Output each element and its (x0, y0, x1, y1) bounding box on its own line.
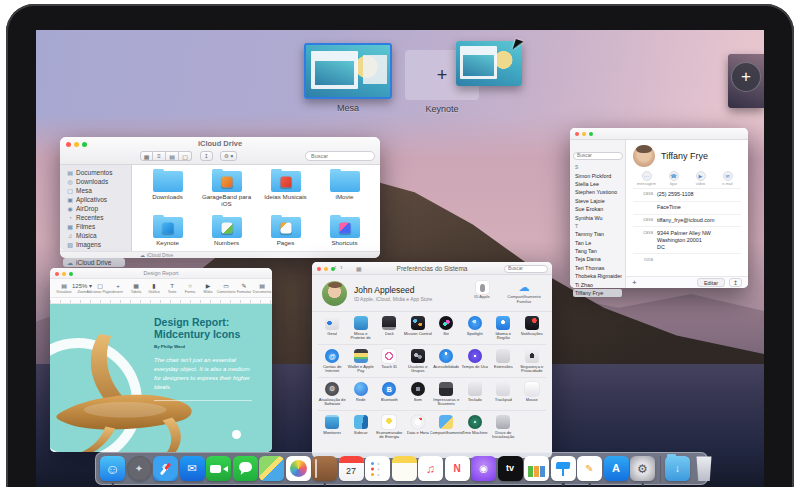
pref-trackpad[interactable]: Trackpad (489, 382, 518, 407)
dock-notes-icon[interactable] (392, 456, 417, 481)
insert-button[interactable]: +Inserir (112, 282, 124, 294)
sidebar-item-aplicativos[interactable]: ▣Aplicativos (67, 195, 131, 204)
pref-som[interactable]: Som (404, 382, 433, 407)
field-value[interactable]: 9344 Palmer Alley NWWashington 20001DC (657, 230, 711, 251)
search-input[interactable] (305, 151, 375, 161)
search-input[interactable] (573, 152, 623, 160)
dock-contacts-icon[interactable] (312, 456, 337, 481)
edit-button[interactable]: Editar (697, 278, 725, 287)
pref-dock[interactable]: Dock (375, 316, 404, 341)
document-canvas[interactable]: Design Report: Midcentury Icons By Phili… (50, 304, 272, 452)
contact-row[interactable]: Tan Le (573, 239, 622, 247)
pref-seguranca[interactable]: Segurança e Privacidade (518, 349, 547, 374)
folder-garageband[interactable]: GarageBand para iOS (197, 168, 256, 212)
sidebar-item-recentes[interactable]: ◔Recentes (67, 213, 131, 222)
sidebar-item-imagens[interactable]: ▧Imagens (67, 240, 131, 249)
pref-teclado[interactable]: Teclado (461, 382, 490, 407)
contact-row[interactable]: Stephen Yustiono (573, 188, 622, 196)
pref-siri[interactable]: Siri (432, 316, 461, 341)
dock-downloads-folder-icon[interactable]: ↓ (665, 456, 690, 481)
media-button[interactable]: ▶Mídia (202, 282, 214, 294)
contact-row[interactable]: Sue Erokan (573, 205, 622, 213)
dock-music-icon[interactable]: ♫ (418, 456, 443, 481)
pref-rede[interactable]: Rede (347, 382, 376, 407)
dock-messages-icon[interactable] (233, 456, 258, 481)
contact-row[interactable]: Stella Lee (573, 180, 622, 188)
folder-imovie[interactable]: iMovie (315, 168, 374, 212)
pref-monitores[interactable]: Monitores (318, 415, 347, 440)
pages-window[interactable]: Design Report ▤Visualizar 125% ▾Zoom ▢Ad… (50, 268, 272, 452)
finder-window[interactable]: iCloud Drive ▦ ≡ ▤ ▢ ↥ ⚙ ▾ ▤Documentos ◎… (60, 137, 380, 258)
add-desktop-button[interactable]: + (731, 62, 761, 92)
pref-impressoras[interactable]: Impressoras e Scanners (432, 382, 461, 407)
folder-ideias-musicais[interactable]: Ideias Musicais (256, 168, 315, 212)
message-button[interactable]: ⋯mensagem (637, 171, 656, 186)
pref-data-hora[interactable]: Data e Hora (404, 415, 433, 440)
field-value[interactable]: (25) 2595-1108 (657, 191, 693, 198)
sidebar-item-airdrop[interactable]: ◉AirDrop (67, 204, 131, 213)
pref-energia[interactable]: Economizador de Energia (375, 415, 404, 440)
pref-touch-id[interactable]: Touch ID (375, 349, 404, 374)
dock-podcasts-icon[interactable]: ◉ (471, 456, 496, 481)
pref-notificacoes[interactable]: Notificações (518, 316, 547, 341)
contact-row[interactable]: Thobeka Rigmaiden (573, 272, 622, 280)
sidebar-item-musica[interactable]: ♫Música (67, 231, 131, 240)
space-thumbnail-mesa[interactable] (304, 43, 392, 99)
dock-photos-icon[interactable] (286, 456, 311, 481)
pref-apple-id[interactable]: ID Apple (464, 281, 500, 304)
add-page-button[interactable]: ▢Adicionar Página (94, 282, 106, 294)
pref-spotlight[interactable]: Spotlight (461, 316, 490, 341)
dock-launchpad-icon[interactable]: ✦ (127, 456, 152, 481)
action-menu-button[interactable]: ⚙ ▾ (220, 151, 237, 161)
view-switcher[interactable]: ▦ ≡ ▤ ▢ (140, 151, 192, 161)
pref-time-machine[interactable]: Time Machine (461, 415, 490, 440)
contact-row[interactable]: Teja Dama (573, 255, 622, 263)
sidebar-item-icloud-drive[interactable]: ☁iCloud Drive (63, 258, 125, 267)
dock-news-icon[interactable]: N (445, 456, 470, 481)
field-value[interactable]: tiffany_frye@icloud.com (657, 217, 715, 224)
dock-mail-icon[interactable]: ✉ (180, 456, 205, 481)
folder-numbers[interactable]: Numbers (197, 214, 256, 251)
system-preferences-window[interactable]: ‹› ▦ Preferências do Sistema John Apples… (312, 262, 552, 458)
dock-system-preferences-icon[interactable]: ⚙ (630, 456, 655, 481)
sidebar-item-downloads[interactable]: ◎Downloads (67, 177, 131, 186)
pref-bluetooth[interactable]: BBluetooth (375, 382, 404, 407)
pref-usuarios-grupos[interactable]: Usuários e Grupos (404, 349, 433, 374)
pref-idioma-regiao[interactable]: Idioma e Região (489, 316, 518, 341)
pref-mouse[interactable]: Mouse (518, 382, 547, 407)
dock-tv-icon[interactable]: tv (498, 456, 523, 481)
call-button[interactable]: ☎ligar (664, 171, 683, 186)
contact-row[interactable]: Teri Thomas (573, 264, 622, 272)
pref-contas-internet[interactable]: @Contas de Internet (318, 349, 347, 374)
contact-row[interactable]: Steve Lajoie (573, 197, 622, 205)
sidebar-item-filmes[interactable]: ▦Filmes (67, 222, 131, 231)
contact-row[interactable]: Simon Pickford (573, 171, 622, 179)
pref-sidecar[interactable]: Sidecar (347, 415, 376, 440)
search-input[interactable] (504, 265, 548, 273)
contact-row[interactable]: Tammy Tian (573, 230, 622, 238)
pref-tempo-de-uso[interactable]: Tempo de Uso (461, 349, 490, 374)
dock-pages-icon[interactable]: ✎ (577, 456, 602, 481)
dock-reminders-icon[interactable] (365, 456, 390, 481)
pref-geral[interactable]: Geral (318, 316, 347, 341)
pref-disco-inicializacao[interactable]: Disco de Inicialização (489, 415, 518, 440)
pref-extensoes[interactable]: Extensões (489, 349, 518, 374)
contacts-window[interactable]: S Simon Pickford Stella Lee Stephen Yust… (570, 128, 748, 288)
share-icon[interactable]: ↥ (729, 278, 742, 287)
field-value[interactable]: FaceTime (657, 204, 681, 211)
window-controls[interactable] (575, 132, 593, 136)
sidebar-item-mesa[interactable]: ▢Mesa (67, 186, 131, 195)
pref-family-sharing[interactable]: ☁Compartilhamento Familiar (506, 281, 542, 304)
video-button[interactable]: ▶vídeo (691, 171, 710, 186)
folder-downloads[interactable]: Downloads (138, 168, 197, 212)
table-button[interactable]: ▦Tabela (130, 282, 142, 294)
document-button[interactable]: ▤Documento (256, 282, 268, 294)
contact-row[interactable]: Tang Tan (573, 247, 622, 255)
dock-app-store-icon[interactable]: A (604, 456, 629, 481)
user-avatar[interactable] (322, 281, 347, 306)
dock-facetime-icon[interactable] (206, 456, 231, 481)
format-button[interactable]: ✎Formatar (238, 282, 250, 294)
pref-mesa-protetor[interactable]: Mesa e Protetor de Tela (347, 316, 376, 341)
dock-safari-icon[interactable] (153, 456, 178, 481)
pref-atualizacao[interactable]: ⚙Atualização de Software (318, 382, 347, 407)
